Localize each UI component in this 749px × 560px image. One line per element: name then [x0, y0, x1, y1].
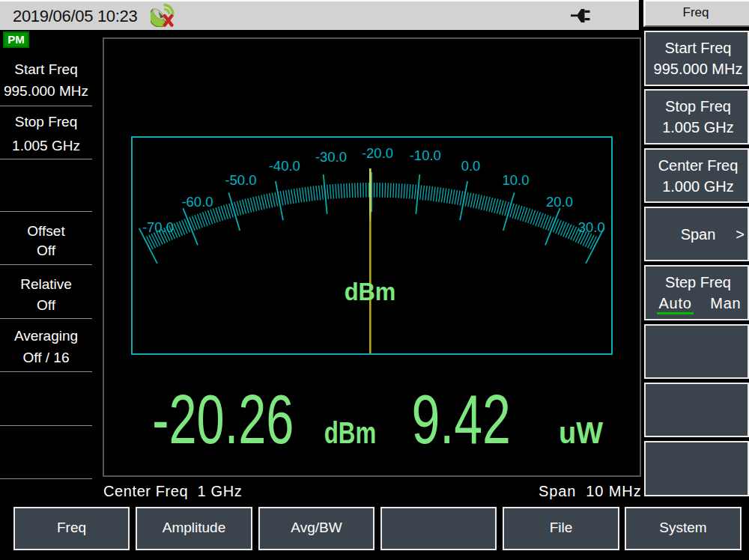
- svg-text:-40.0: -40.0: [269, 158, 300, 174]
- svg-text:-60.0: -60.0: [181, 194, 213, 210]
- svg-text:-10.0: -10.0: [410, 147, 441, 163]
- svg-text:dBm: dBm: [345, 278, 396, 306]
- svg-text:-20.26: -20.26: [152, 380, 294, 457]
- svg-text:-30.0: -30.0: [315, 149, 347, 165]
- svg-text:20.0: 20.0: [546, 194, 573, 210]
- svg-text:9.42: 9.42: [412, 381, 511, 457]
- svg-text:dBm: dBm: [324, 416, 376, 450]
- svg-text:-70.0: -70.0: [142, 219, 174, 235]
- svg-text:uW: uW: [559, 416, 603, 449]
- svg-text:Center Freq 1 GHz: Center Freq 1 GHz: [103, 483, 242, 499]
- svg-text:10.0: 10.0: [502, 172, 529, 188]
- svg-text:Span 10 MHz: Span 10 MHz: [539, 483, 642, 499]
- svg-text:-50.0: -50.0: [225, 172, 256, 188]
- svg-text:30.0: 30.0: [578, 219, 605, 235]
- svg-text:0.0: 0.0: [461, 158, 481, 174]
- svg-text:-20.0: -20.0: [362, 145, 393, 161]
